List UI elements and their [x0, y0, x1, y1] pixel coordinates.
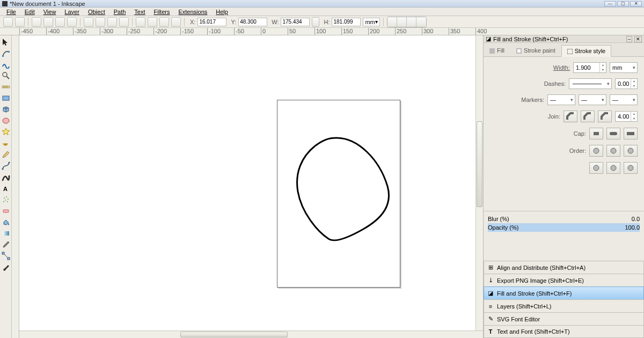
tool-gradient[interactable]	[1, 228, 11, 239]
ruler-vertical[interactable]	[12, 35, 19, 338]
order-5-button[interactable]	[606, 162, 620, 174]
scrollbar-thumb[interactable]	[180, 332, 288, 337]
tool-calligraphy[interactable]	[1, 172, 11, 182]
affect-1[interactable]	[387, 17, 397, 27]
blur-row[interactable]: Blur (%) 0.0	[488, 215, 640, 223]
x-input[interactable]	[197, 18, 226, 26]
dash-offset-input[interactable]: 0.00▴▾	[615, 78, 638, 89]
unit-select[interactable]: mm ▾	[363, 18, 379, 26]
menu-extensions[interactable]: Extensions	[174, 9, 211, 15]
width-unit-select[interactable]: mm	[610, 62, 638, 73]
opt-btn-1[interactable]	[3, 17, 13, 27]
panel-item-fillstroke[interactable]: ◪Fill and Stroke (Shift+Ctrl+F)	[484, 286, 644, 299]
canvas[interactable]	[19, 35, 483, 338]
drawn-path[interactable]	[288, 133, 396, 245]
tool-zoom[interactable]	[1, 70, 11, 81]
panel-item-align[interactable]: ⊞Align and Distribute (Shift+Ctrl+A)	[484, 261, 644, 274]
opt-btn-6[interactable]	[67, 17, 77, 27]
tool-node[interactable]	[1, 48, 11, 58]
tab-stroke-paint[interactable]: Stroke paint	[510, 45, 561, 56]
tool-paintbrush[interactable]	[1, 262, 11, 273]
tool-selector[interactable]	[1, 36, 11, 47]
tool-ellipse[interactable]	[1, 115, 11, 126]
lower-bottom-button[interactable]	[171, 17, 181, 27]
order-1-button[interactable]	[589, 145, 603, 157]
marker-end-select[interactable]: —	[610, 94, 638, 105]
panel-item-layers[interactable]: ≡Layers (Shift+Ctrl+L)	[484, 299, 644, 312]
order-4-button[interactable]	[589, 162, 603, 174]
panel-close[interactable]: ✕	[634, 36, 642, 42]
menu-object[interactable]: Object	[84, 9, 109, 15]
tool-dropper[interactable]	[1, 239, 11, 250]
tool-tweak[interactable]	[1, 59, 11, 70]
svg-rect-8	[3, 96, 9, 100]
rotate-ccw-button[interactable]	[84, 17, 93, 27]
miter-limit-input[interactable]: 4.00▴▾	[615, 111, 638, 122]
join-miter-button[interactable]	[598, 111, 612, 122]
opt-btn-2[interactable]	[15, 17, 25, 27]
opt-btn-3[interactable]	[32, 17, 41, 27]
marker-start-select[interactable]: —	[547, 94, 575, 105]
tool-connector[interactable]	[1, 251, 11, 261]
tool-rectangle[interactable]	[1, 93, 11, 104]
tool-spiral[interactable]	[1, 138, 11, 149]
marker-mid-select[interactable]: —	[579, 94, 606, 105]
menu-text[interactable]: Text	[130, 9, 149, 15]
tool-star[interactable]	[1, 127, 11, 137]
join-bevel-button[interactable]	[564, 111, 577, 122]
lower-button[interactable]	[159, 17, 169, 27]
cap-square-button[interactable]	[624, 128, 638, 139]
raise-top-button[interactable]	[136, 17, 145, 27]
scrollbar-thumb[interactable]	[477, 121, 482, 207]
opacity-row[interactable]: Opacity (%) 100.0	[488, 223, 640, 232]
menu-layer[interactable]: Layer	[60, 9, 84, 15]
tab-stroke-style[interactable]: Stroke style	[561, 45, 611, 57]
tool-measure[interactable]	[1, 82, 11, 92]
affect-4[interactable]	[416, 17, 426, 27]
panel-item-svgfont[interactable]: ✎SVG Font Editor	[484, 312, 644, 325]
tab-fill[interactable]: Fill	[484, 45, 510, 56]
order-3-button[interactable]	[624, 145, 638, 157]
raise-button[interactable]	[148, 17, 157, 27]
scrollbar-vertical[interactable]	[475, 35, 483, 338]
tool-eraser[interactable]	[1, 205, 11, 216]
opt-btn-4[interactable]	[43, 17, 53, 27]
affect-2[interactable]	[397, 17, 407, 27]
panel-item-export[interactable]: ⤓Export PNG Image (Shift+Ctrl+E)	[484, 274, 644, 286]
scrollbar-horizontal[interactable]	[19, 330, 483, 338]
rotate-cw-button[interactable]	[96, 17, 105, 27]
y-input[interactable]	[238, 18, 267, 26]
h-input[interactable]	[332, 18, 361, 26]
lock-aspect-button[interactable]	[312, 17, 319, 27]
menu-filters[interactable]: Filters	[150, 9, 174, 15]
maximize-button[interactable]: ▢	[617, 1, 629, 6]
panel-minimize[interactable]: –	[626, 36, 632, 42]
tool-bucket[interactable]	[1, 217, 11, 227]
tool-spray[interactable]	[1, 194, 11, 205]
tool-text[interactable]: A	[1, 183, 11, 194]
menu-file[interactable]: File	[2, 9, 20, 15]
menu-help[interactable]: Help	[211, 9, 232, 15]
join-round-button[interactable]	[581, 111, 595, 122]
w-input[interactable]	[281, 18, 310, 26]
dash-pattern-select[interactable]	[569, 78, 612, 89]
menu-path[interactable]: Path	[109, 9, 130, 15]
panel-item-textfont[interactable]: TText and Font (Shift+Ctrl+T)	[484, 325, 644, 338]
ruler-horizontal[interactable]: -450-400-350-300-250-200-150-100-5005010…	[0, 28, 644, 35]
cap-round-button[interactable]	[606, 128, 620, 139]
close-button[interactable]: ✕	[630, 1, 642, 6]
flip-h-button[interactable]	[107, 17, 117, 27]
order-2-button[interactable]	[606, 145, 620, 157]
tool-bezier[interactable]	[1, 160, 11, 171]
affect-3[interactable]	[407, 17, 416, 27]
minimize-button[interactable]: —	[604, 1, 616, 6]
menu-edit[interactable]: Edit	[20, 9, 39, 15]
cap-butt-button[interactable]	[589, 128, 603, 139]
tool-3dbox[interactable]	[1, 104, 11, 115]
menu-view[interactable]: View	[39, 9, 61, 15]
opt-btn-5[interactable]	[55, 17, 65, 27]
flip-v-button[interactable]	[119, 17, 129, 27]
width-input[interactable]: 1.900▴▾	[573, 62, 606, 73]
order-6-button[interactable]	[624, 162, 638, 174]
tool-pencil[interactable]	[1, 149, 11, 160]
